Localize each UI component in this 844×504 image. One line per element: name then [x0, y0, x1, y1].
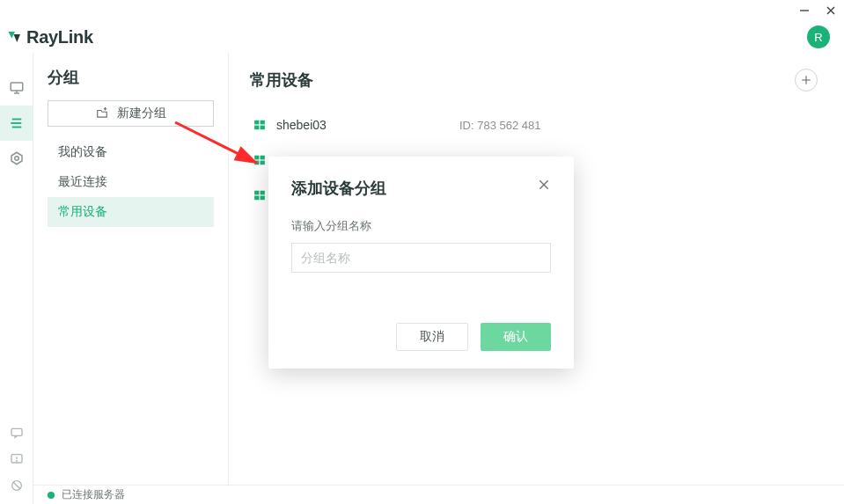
add-group-modal: 添加设备分组 请输入分组名称 取消 确认 — [268, 157, 574, 369]
app-logo: RayLink — [7, 27, 93, 47]
statusbar: 已连接服务器 — [33, 485, 844, 504]
folder-plus-icon — [96, 107, 108, 120]
svg-rect-31 — [254, 196, 259, 201]
avatar-letter: R — [814, 31, 822, 44]
nav-list-icon[interactable] — [0, 106, 33, 141]
svg-point-14 — [16, 461, 17, 462]
sidebar: 分组 新建分组 我的设备 最近连接 常用设备 — [33, 53, 229, 504]
cancel-button[interactable]: 取消 — [396, 323, 468, 351]
device-id: ID: 783 562 481 — [459, 119, 541, 132]
nav-iconbar — [0, 53, 33, 504]
svg-rect-21 — [254, 121, 259, 125]
svg-rect-24 — [261, 126, 265, 130]
status-text: 已连接服务器 — [62, 487, 125, 502]
svg-rect-23 — [254, 126, 259, 130]
modal-label: 请输入分组名称 — [291, 218, 551, 234]
sidebar-item-common[interactable]: 常用设备 — [48, 197, 214, 227]
logo-text: RayLink — [26, 27, 93, 47]
svg-rect-28 — [261, 161, 265, 165]
sidebar-title: 分组 — [48, 67, 214, 88]
svg-rect-3 — [11, 83, 23, 91]
windows-icon — [253, 154, 266, 166]
svg-rect-29 — [254, 191, 259, 195]
window-titlebar — [0, 0, 844, 21]
svg-rect-25 — [254, 156, 259, 160]
group-list: 我的设备 最近连接 常用设备 — [48, 137, 214, 227]
device-name: shebei03 — [276, 118, 459, 132]
sidebar-item-my-devices[interactable]: 我的设备 — [48, 137, 214, 167]
minimize-button[interactable] — [798, 4, 811, 17]
windows-icon — [253, 119, 266, 131]
avatar[interactable]: R — [807, 26, 830, 48]
close-button[interactable] — [825, 4, 837, 17]
sidebar-item-recent[interactable]: 最近连接 — [48, 167, 214, 197]
svg-marker-9 — [11, 152, 22, 164]
status-dot-icon — [48, 492, 55, 499]
confirm-button[interactable]: 确认 — [481, 323, 551, 351]
group-name-input[interactable] — [291, 243, 551, 273]
svg-rect-11 — [11, 428, 22, 435]
app-header: RayLink R — [0, 21, 844, 53]
new-group-label: 新建分组 — [117, 106, 166, 121]
content-title: 常用设备 — [250, 69, 313, 91]
svg-line-16 — [13, 482, 20, 489]
windows-icon — [253, 189, 266, 201]
nav-feedback-icon[interactable] — [0, 446, 33, 472]
svg-rect-22 — [261, 121, 265, 125]
svg-rect-32 — [261, 196, 265, 201]
nav-block-icon[interactable] — [0, 472, 33, 499]
nav-settings-icon[interactable] — [0, 141, 33, 176]
modal-title: 添加设备分组 — [291, 178, 386, 199]
new-group-button[interactable]: 新建分组 — [48, 100, 214, 127]
nav-chat-icon[interactable] — [0, 420, 33, 446]
svg-rect-27 — [254, 161, 259, 165]
logo-icon — [7, 29, 23, 45]
nav-monitor-icon[interactable] — [0, 70, 33, 106]
svg-rect-30 — [261, 191, 265, 195]
add-device-button[interactable] — [795, 69, 818, 91]
svg-point-10 — [14, 157, 18, 161]
modal-close-button[interactable] — [537, 178, 551, 195]
device-row[interactable]: shebei03 ID: 783 562 481 — [250, 107, 818, 142]
svg-rect-26 — [261, 156, 265, 160]
